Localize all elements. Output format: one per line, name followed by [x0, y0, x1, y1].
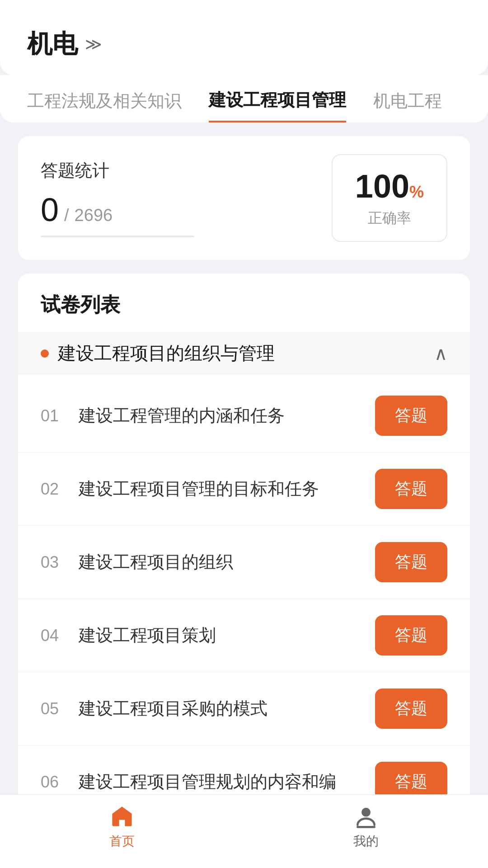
item-number: 05: [41, 699, 68, 718]
accuracy-label: 正确率: [355, 208, 424, 228]
item-title: 建设工程项目管理的目标和任务: [79, 477, 375, 500]
header: 机电 ≫: [0, 0, 488, 75]
accuracy-percent: %: [409, 183, 424, 201]
accuracy-value: 100%: [355, 168, 424, 205]
item-title: 建设工程管理的内涵和任务: [79, 404, 375, 427]
accuracy-card: 100% 正确率: [332, 154, 447, 242]
list-item: 01 建设工程管理的内涵和任务 答题: [18, 379, 470, 453]
list-item: 04 建设工程项目策划 答题: [18, 599, 470, 672]
item-title: 建设工程项目策划: [79, 624, 375, 647]
svg-point-0: [362, 808, 371, 816]
nav-label-profile: 我的: [353, 833, 379, 850]
page-title: 机电: [27, 27, 78, 61]
stats-progress-bar: [41, 236, 194, 237]
answer-button[interactable]: 答题: [375, 615, 447, 656]
stats-label: 答题统计: [41, 159, 332, 182]
stats-current: 0: [41, 191, 59, 228]
paper-section: 试卷列表 建设工程项目的组织与管理 ∧ 01 建设工程管理的内涵和任务 答题 0…: [18, 274, 470, 868]
category-dot: [41, 349, 49, 358]
item-left: 01 建设工程管理的内涵和任务: [41, 404, 375, 427]
list-item: 03 建设工程项目的组织 答题: [18, 526, 470, 599]
chevron-down-icon[interactable]: ≫: [85, 35, 102, 54]
answer-button[interactable]: 答题: [375, 689, 447, 729]
answer-button[interactable]: 答题: [375, 396, 447, 436]
stats-progress: 0 / 2696: [41, 191, 332, 228]
nav-label-home: 首页: [109, 833, 135, 850]
tab-navigation: 工程法规及相关知识 建设工程项目管理 机电工程: [0, 75, 488, 123]
stats-separator: /: [64, 206, 69, 225]
item-left: 02 建设工程项目管理的目标和任务: [41, 477, 375, 500]
home-icon: [109, 804, 135, 829]
item-number: 03: [41, 553, 68, 572]
item-number: 04: [41, 626, 68, 645]
item-title: 建设工程项目的组织: [79, 551, 375, 574]
nav-item-profile[interactable]: 我的: [244, 804, 488, 850]
user-icon: [353, 804, 379, 829]
item-left: 06 建设工程项目管理规划的内容和编: [41, 770, 375, 793]
bottom-navigation: 首页 我的: [0, 794, 488, 868]
item-left: 03 建设工程项目的组织: [41, 551, 375, 574]
answer-button[interactable]: 答题: [375, 469, 447, 509]
category-left: 建设工程项目的组织与管理: [41, 341, 275, 366]
item-number: 01: [41, 406, 68, 425]
accuracy-number: 100: [355, 168, 409, 204]
stats-total: 2696: [75, 206, 113, 225]
item-number: 02: [41, 480, 68, 499]
tab-engineering-law[interactable]: 工程法规及相关知识: [27, 90, 182, 122]
item-title: 建设工程项目管理规划的内容和编: [79, 770, 375, 793]
stats-card: 答题统计 0 / 2696 100% 正确率: [18, 136, 470, 260]
tab-project-management[interactable]: 建设工程项目管理: [209, 89, 346, 123]
item-number: 06: [41, 773, 68, 792]
item-left: 05 建设工程项目采购的模式: [41, 697, 375, 720]
chevron-up-icon[interactable]: ∧: [434, 343, 447, 364]
category-name: 建设工程项目的组织与管理: [58, 341, 275, 366]
item-title: 建设工程项目采购的模式: [79, 697, 375, 720]
tab-electrical[interactable]: 机电工程: [373, 90, 442, 122]
section-title: 试卷列表: [18, 292, 470, 332]
stats-left: 答题统计 0 / 2696: [41, 159, 332, 237]
list-item: 05 建设工程项目采购的模式 答题: [18, 672, 470, 745]
item-left: 04 建设工程项目策划: [41, 624, 375, 647]
answer-button[interactable]: 答题: [375, 542, 447, 582]
list-item: 02 建设工程项目管理的目标和任务 答题: [18, 453, 470, 526]
nav-item-home[interactable]: 首页: [0, 804, 244, 850]
category-header[interactable]: 建设工程项目的组织与管理 ∧: [18, 332, 470, 375]
